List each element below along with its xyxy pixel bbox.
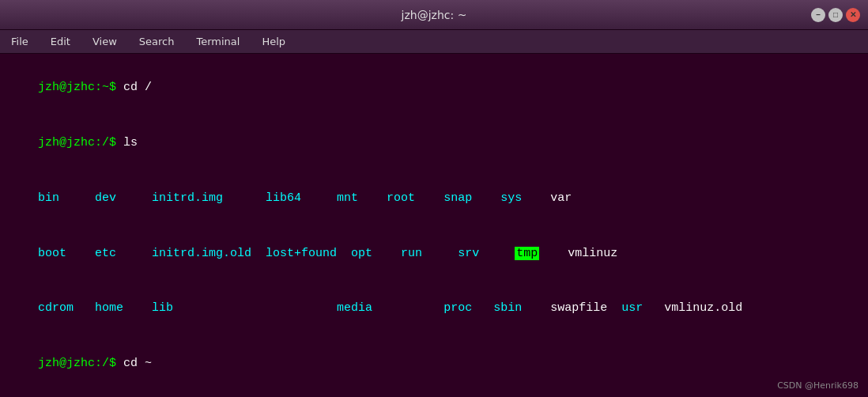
dir-entry: etc (95, 247, 152, 260)
dir-entry: var (550, 191, 572, 205)
dir-entry: sbin (493, 301, 550, 315)
dir-entry: lib (152, 301, 266, 315)
prompt: jzh@jzhc:/$ (38, 357, 123, 370)
maximize-button[interactable]: □ (828, 8, 843, 22)
ls-output-row: bin dev initrd.img lib64 mnt root snap s… (9, 171, 859, 226)
menu-edit[interactable]: Edit (46, 34, 75, 49)
menu-help[interactable]: Help (257, 34, 290, 49)
dir-entry: mnt (337, 191, 387, 205)
terminal-line: jzh@jzhc:/$ cd ~ (9, 336, 859, 391)
ls-output-row: cdrom home lib media proc sbin swapfile … (9, 281, 859, 336)
dir-entry (387, 301, 443, 315)
titlebar: jzh@jzhc: ~ – □ ✕ (0, 0, 868, 30)
menu-file[interactable]: File (6, 34, 33, 49)
menubar: File Edit View Search Terminal Help (0, 30, 868, 54)
menu-terminal[interactable]: Terminal (191, 34, 244, 49)
dir-entry: opt (337, 247, 401, 260)
dir-entry: vmlinuz (539, 247, 617, 260)
terminal-line: jzh@jzhc:~$ cd / (9, 60, 859, 115)
menu-view[interactable]: View (88, 34, 122, 49)
dir-entry: snap (443, 191, 500, 205)
dir-entry: root (387, 191, 443, 205)
dir-entry: media (337, 301, 387, 315)
dir-entry: cdrom (38, 301, 95, 315)
dir-entry: initrd.img.old (152, 247, 266, 260)
dir-entry: usr (607, 301, 664, 315)
close-button[interactable]: ✕ (846, 8, 860, 22)
terminal-line: jzh@jzhc:/$ ls (9, 115, 859, 171)
window-controls: – □ ✕ (811, 8, 860, 22)
dir-entry: initrd.img (152, 191, 266, 205)
dir-entry: srv (458, 247, 515, 260)
menu-search[interactable]: Search (134, 34, 179, 49)
dir-entry: proc (443, 301, 493, 315)
window-title: jzh@jzhc: ~ (402, 9, 467, 21)
dir-entry: lib64 (266, 191, 337, 205)
command: cd / (123, 81, 152, 94)
terminal-line: jzh@jzhc:~$ ls (9, 391, 859, 398)
watermark: CSDN @Henrik698 (777, 380, 859, 391)
ls-output-row: boot etc initrd.img.old lost+found opt r… (9, 225, 859, 281)
dir-entry: vmlinuz.old (664, 301, 742, 315)
dir-entry: boot (38, 247, 95, 260)
dir-entry: sys (500, 191, 550, 205)
prompt: jzh@jzhc:~$ (38, 81, 123, 94)
dir-entry-highlight: tmp (515, 247, 539, 260)
prompt: jzh@jzhc:/$ (38, 136, 123, 149)
terminal-body[interactable]: jzh@jzhc:~$ cd / jzh@jzhc:/$ ls bin dev … (0, 54, 868, 397)
command: cd ~ (123, 357, 152, 370)
dir-entry: dev (95, 191, 152, 205)
minimize-button[interactable]: – (811, 8, 825, 22)
dir-entry: swapfile (550, 301, 607, 315)
dir-entry: home (95, 301, 152, 315)
command: ls (123, 136, 138, 149)
dir-entry: lost+found (266, 247, 337, 260)
dir-entry: run (401, 247, 458, 260)
dir-entry: bin (38, 191, 95, 205)
dir-entry (266, 301, 337, 315)
